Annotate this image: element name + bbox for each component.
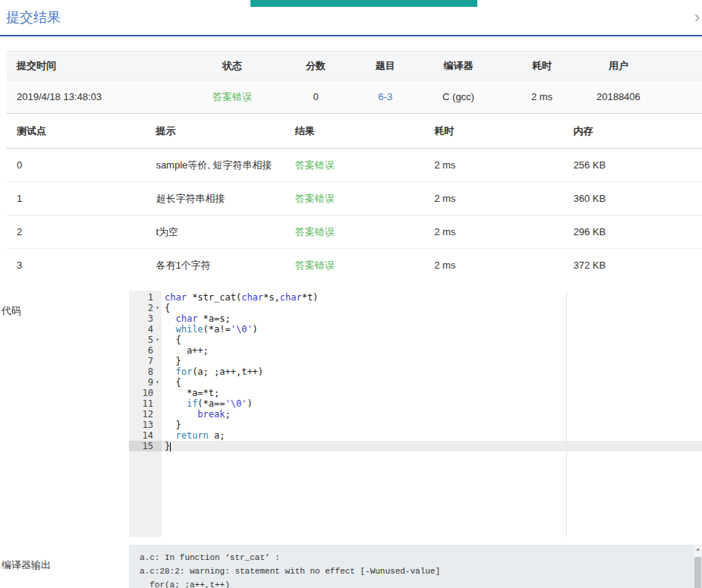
result-tables: 提交时间状态分数题目编译器耗时用户 2019/4/18 13:48:03答案错误… xyxy=(6,51,702,281)
code-token: (*a!= xyxy=(203,324,231,335)
testcase-table-header: 测试点提示结果耗时内存 xyxy=(6,114,702,149)
fold-arrow-icon[interactable]: ▾ xyxy=(153,335,162,345)
compiler-output-line: a.c:28:2: warning: statement with no eff… xyxy=(140,564,691,578)
code-editor[interactable]: 12▾345▾6789▾101112131415 char *str_cat(c… xyxy=(129,291,702,537)
code-line: char *a=s; xyxy=(162,313,702,324)
submission-time: 2019/4/18 13:48:03 xyxy=(6,91,187,102)
code-token: break xyxy=(197,409,225,420)
testcase-col-header: 内存 xyxy=(563,124,702,138)
submission-col-header: 用户 xyxy=(584,59,653,73)
code-token: *a=s; xyxy=(197,313,230,324)
code-line: *a=*t; xyxy=(162,388,702,398)
line-number: 11 xyxy=(143,398,153,409)
code-token: if xyxy=(187,398,197,409)
panel-header: 提交结果 › xyxy=(6,8,702,30)
testcase-hint: t为空 xyxy=(145,225,284,239)
line-number: 9 xyxy=(148,377,153,388)
editor-gutter: 12▾345▾6789▾101112131415 xyxy=(129,291,162,537)
testcase-elapsed: 2 ms xyxy=(423,226,562,237)
code-section-label: 代码 xyxy=(2,304,21,318)
gutter-line-number: 11 xyxy=(129,398,162,409)
testcase-memory: 296 KB xyxy=(563,226,702,237)
code-token: *a=*t; xyxy=(165,388,219,398)
code-token: a; xyxy=(209,430,225,441)
code-line: if(*a=='\0') xyxy=(162,398,702,409)
gutter-line-number: 12 xyxy=(129,409,162,420)
code-line: } xyxy=(162,441,702,451)
code-token: ) xyxy=(253,324,258,335)
line-number: 4 xyxy=(148,324,153,335)
testcase-result: 答案错误 xyxy=(285,259,423,272)
submission-col-header: 编译器 xyxy=(417,59,500,73)
code-token: (a; ;a++,t++) xyxy=(192,366,263,377)
gutter-line-number: 4 xyxy=(129,324,162,335)
testcase-hint: sample等价, 短字符串相接 xyxy=(145,159,284,172)
code-token: } xyxy=(165,356,181,366)
testcase-id: 1 xyxy=(6,193,145,204)
progress-bar xyxy=(250,0,477,7)
gutter-line-number: 14 xyxy=(129,430,162,441)
testcase-rows: 0sample等价, 短字符串相接答案错误2 ms256 KB1超长字符串相接答… xyxy=(6,149,702,281)
submission-row: 2019/4/18 13:48:03答案错误06-3C (gcc)2 ms201… xyxy=(6,80,702,114)
code-line: for(a; ;a++,t++) xyxy=(162,366,702,377)
submission-col-header: 提交时间 xyxy=(6,59,187,73)
code-token xyxy=(165,398,187,409)
gutter-line-number: 5▾ xyxy=(129,335,162,345)
code-token: { xyxy=(165,335,181,345)
gutter-line-number: 8 xyxy=(129,366,162,377)
line-number: 6 xyxy=(148,345,153,356)
fold-arrow-icon[interactable]: ▾ xyxy=(153,377,162,388)
testcase-row: 1超长字符串相接答案错误2 ms360 KB xyxy=(6,182,702,215)
line-number: 1 xyxy=(148,292,153,303)
scrollbar[interactable]: ▲ xyxy=(694,545,702,588)
line-number: 15 xyxy=(143,441,153,451)
compiler-output-line: for(a; ;a++,t++) xyxy=(140,578,691,588)
testcase-memory: 256 KB xyxy=(563,159,702,171)
gutter-line-number: 3 xyxy=(129,313,162,324)
code-token: char xyxy=(165,292,187,303)
testcase-col-header: 提示 xyxy=(145,124,284,138)
code-token: '\0' xyxy=(231,324,253,335)
gutter-line-number: 1 xyxy=(129,292,162,303)
submission-elapsed: 2 ms xyxy=(500,91,584,102)
line-number: 8 xyxy=(148,366,153,377)
testcase-id: 2 xyxy=(6,226,145,237)
testcase-result: 答案错误 xyxy=(285,159,423,172)
submission-user: 20188406 xyxy=(584,91,653,102)
testcase-col-header: 耗时 xyxy=(423,124,562,138)
code-line: } xyxy=(162,420,702,430)
editor-code-pane[interactable]: char *str_cat(char*s,char*t){ char *a=s;… xyxy=(162,291,702,537)
submission-col-header: 状态 xyxy=(187,59,277,73)
code-token: { xyxy=(165,377,181,388)
scrollbar-up-arrow-icon[interactable]: ▲ xyxy=(694,546,702,552)
fold-arrow-icon[interactable]: ▾ xyxy=(153,303,162,313)
gutter-line-number: 13 xyxy=(129,420,162,430)
code-token xyxy=(165,313,175,324)
code-token: (*a== xyxy=(197,398,225,409)
code-token: *str_cat( xyxy=(187,292,241,303)
code-line: } xyxy=(162,356,702,366)
line-number: 12 xyxy=(143,409,153,420)
code-token: return xyxy=(175,430,208,441)
header-divider xyxy=(0,35,702,36)
code-token: while xyxy=(175,324,203,335)
code-token: { xyxy=(165,303,170,313)
submission-table-header: 提交时间状态分数题目编译器耗时用户 xyxy=(6,51,702,80)
gutter-line-number: 10 xyxy=(129,388,162,398)
code-line: char *str_cat(char*s,char*t) xyxy=(162,292,702,303)
code-line: { xyxy=(162,335,702,345)
collapse-chevron-icon[interactable]: › xyxy=(694,8,700,27)
testcase-memory: 360 KB xyxy=(563,193,702,204)
page-title: 提交结果 xyxy=(6,8,702,27)
submission-problem[interactable]: 6-3 xyxy=(354,91,417,102)
testcase-id: 3 xyxy=(6,259,145,271)
scrollbar-thumb[interactable] xyxy=(694,557,701,588)
line-number: 13 xyxy=(143,420,153,430)
code-token: '\0' xyxy=(225,398,247,409)
line-number: 2 xyxy=(148,303,153,313)
code-line: return a; xyxy=(162,430,702,441)
line-number: 3 xyxy=(148,313,153,324)
line-number: 5 xyxy=(148,335,153,345)
compiler-output-box: a.c: In function ‘str_cat’ :a.c:28:2: wa… xyxy=(129,545,702,588)
compiler-output-line: a.c: In function ‘str_cat’ : xyxy=(140,551,691,564)
